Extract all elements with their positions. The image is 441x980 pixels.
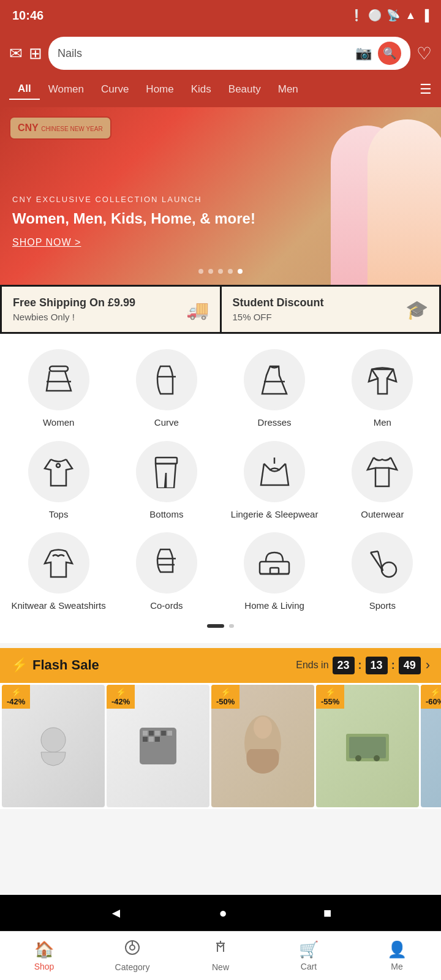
cast-icon: 📡 [386, 9, 400, 22]
outerwear-label: Outerwear [361, 508, 404, 521]
svg-rect-18 [143, 731, 148, 736]
me-icon: 👤 [387, 940, 407, 959]
me-label: Me [391, 962, 402, 971]
dresses-label: Dresses [258, 417, 292, 429]
timer-seconds: 49 [399, 657, 421, 674]
recents-button[interactable]: ■ [323, 905, 331, 921]
cny-subtext: CHINESE NEW YEAR [41, 126, 102, 132]
back-button[interactable]: ◄ [110, 905, 123, 921]
mail-icon[interactable]: ✉ [9, 44, 23, 63]
homeliving-label: Home & Living [244, 600, 304, 612]
category-dresses[interactable]: Dresses [222, 346, 327, 432]
nav-shop[interactable]: 🏠 Shop [0, 932, 88, 980]
category-outerwear[interactable]: Outerwear [330, 438, 435, 524]
student-cap-icon: 🎓 [405, 299, 428, 320]
category-knitwear[interactable]: Knitwear & Sweatshirts [6, 529, 111, 615]
new-icon [213, 940, 228, 960]
category-grid: Women Curve Dresses [6, 346, 435, 615]
promo-row: Free Shipping On £9.99 Newbies Only ! 🚚 … [0, 285, 441, 334]
svg-point-12 [382, 562, 396, 577]
nav-cart[interactable]: 🛒 Cart [265, 932, 353, 980]
knitwear-icon [28, 532, 89, 594]
banner-subtitle: CNY EXCLUSIVE COLLECTION LAUNCH [12, 195, 255, 204]
grid-icon[interactable]: ⊞ [29, 44, 42, 63]
promo-card-shipping[interactable]: Free Shipping On £9.99 Newbies Only ! 🚚 [2, 287, 220, 332]
section-dot-active [207, 624, 224, 628]
timer-hours: 23 [333, 657, 355, 674]
flash-item-1[interactable]: ⚡ -42% [2, 685, 105, 807]
flash-items: ⚡ -42% ⚡ -42% [0, 683, 441, 809]
knitwear-label: Knitwear & Sweatshirts [12, 600, 106, 612]
banner-content: CNY EXCLUSIVE COLLECTION LAUNCH Women, M… [12, 195, 255, 248]
flash-item-3[interactable]: ⚡ -50% [211, 685, 314, 807]
new-label: New [212, 962, 229, 972]
flash-sale-header: ⚡ Flash Sale Ends in 23 : 13 : 49 › [0, 648, 441, 683]
promo-card-student[interactable]: Student Discount 15% OFF 🎓 [222, 287, 440, 332]
women-label: Women [43, 417, 74, 429]
flash-lightning-icon: ⚡ [11, 657, 28, 673]
nav-me[interactable]: 👤 Me [353, 932, 441, 980]
category-curve[interactable]: Curve [114, 346, 219, 432]
flash-ends-text: Ends in [296, 660, 328, 671]
category-sports[interactable]: Sports [330, 529, 435, 615]
banner-dots [198, 269, 243, 274]
camera-icon[interactable]: 📷 [355, 45, 372, 61]
status-time: 10:46 [12, 9, 43, 23]
timer-sep-2: : [391, 659, 395, 672]
bottoms-label: Bottoms [149, 508, 183, 521]
home-button[interactable]: ● [219, 905, 227, 921]
battery-icon: ▐ [421, 9, 429, 22]
tab-kids[interactable]: Kids [183, 80, 220, 99]
flash-sale-arrow[interactable]: › [426, 657, 430, 673]
category-women[interactable]: Women [6, 346, 111, 432]
tab-home[interactable]: Home [137, 80, 182, 99]
flash-badge-1: ⚡ -42% [2, 685, 30, 709]
search-button[interactable]: 🔍 [378, 42, 401, 65]
tab-all[interactable]: All [9, 79, 40, 100]
dot-5 [238, 269, 243, 274]
category-bottoms[interactable]: Bottoms [114, 438, 219, 524]
tab-men[interactable]: Men [270, 80, 307, 99]
nav-category[interactable]: Category [88, 932, 176, 980]
promo-shipping-title: Free Shipping On £9.99 [13, 296, 135, 309]
cart-icon: 🛒 [299, 940, 318, 959]
category-homeliving[interactable]: Home & Living [222, 529, 327, 615]
category-coords[interactable]: Co-ords [114, 529, 219, 615]
bottom-nav: 🏠 Shop Category New 🛒 Cart 👤 Me [0, 931, 441, 980]
curve-icon [136, 349, 197, 410]
flash-item-4[interactable]: ⚡ -55% [316, 685, 419, 807]
tab-curve[interactable]: Curve [92, 80, 137, 99]
timer-sep-1: : [358, 659, 362, 672]
tab-beauty[interactable]: Beauty [220, 80, 270, 99]
wishlist-icon[interactable]: ♡ [417, 43, 432, 64]
category-tops[interactable]: Tops [6, 438, 111, 524]
banner-people [257, 113, 441, 285]
svg-point-30 [355, 755, 361, 761]
category-label: Category [115, 962, 150, 972]
promo-shipping-sub: Newbies Only ! [13, 312, 135, 322]
tab-women[interactable]: Women [40, 80, 92, 99]
search-bar[interactable]: Nails 📷 🔍 [48, 37, 410, 70]
svg-rect-25 [155, 737, 160, 742]
dot-1 [198, 269, 203, 274]
flash-item-5[interactable]: ⚡ -60% [421, 685, 441, 807]
coords-label: Co-ords [150, 600, 183, 612]
banner-cta[interactable]: SHOP NOW > [12, 237, 255, 248]
homeliving-icon [244, 532, 305, 594]
nav-new[interactable]: New [176, 932, 265, 980]
svg-point-16 [41, 728, 66, 752]
flash-badge-3: ⚡ -50% [211, 685, 239, 709]
category-lingerie[interactable]: Lingerie & Sleepwear [222, 438, 327, 524]
dot-4 [228, 269, 233, 274]
flash-discount-5: -60% [426, 697, 441, 706]
flash-discount-1: -42% [7, 697, 25, 706]
cny-badge[interactable]: CNY CHINESE NEW YEAR [9, 116, 111, 140]
flash-item-2[interactable]: ⚡ -42% [107, 685, 209, 807]
search-text: Nails [58, 47, 349, 60]
status-bar: 10:46 ❕ ⚪ 📡 ▲ ▐ [0, 0, 441, 31]
curve-label: Curve [154, 417, 179, 429]
nav-menu-icon[interactable]: ☰ [420, 81, 432, 97]
svg-point-31 [374, 755, 380, 761]
svg-line-14 [371, 551, 378, 552]
category-men[interactable]: Men [330, 346, 435, 432]
